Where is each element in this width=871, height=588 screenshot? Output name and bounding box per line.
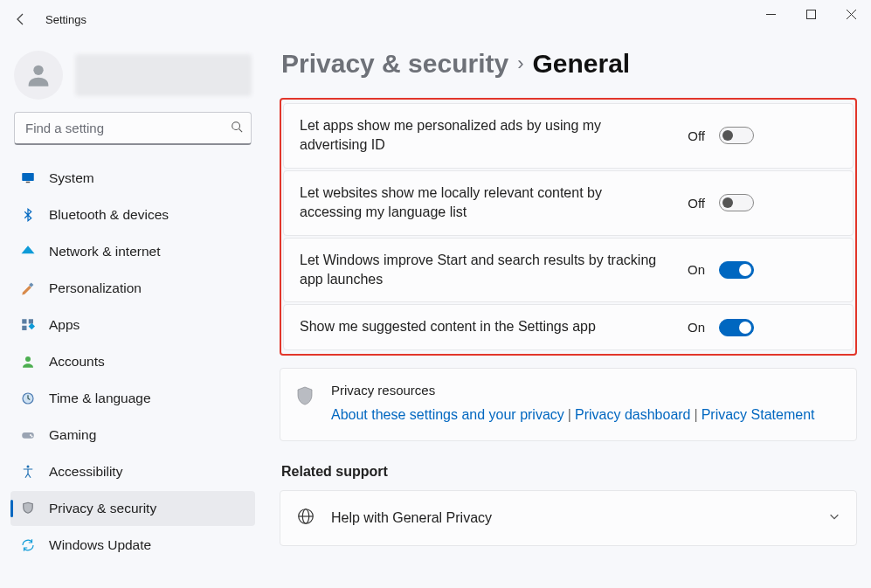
titlebar: Settings (0, 0, 871, 38)
search-box (14, 112, 252, 145)
arrow-left-icon (14, 12, 28, 26)
sidebar-item-label: Privacy & security (49, 501, 156, 516)
toggle-switch[interactable] (719, 127, 754, 144)
window-controls (750, 0, 871, 28)
apps-icon (19, 316, 37, 334)
svg-point-4 (33, 66, 43, 75)
setting-row-3: Show me suggested content in the Setting… (283, 304, 854, 349)
svg-rect-1 (806, 10, 815, 18)
svg-point-17 (30, 434, 31, 436)
close-button[interactable] (831, 0, 871, 28)
close-icon (847, 10, 856, 19)
minimize-icon (766, 10, 776, 19)
breadcrumb-parent[interactable]: Privacy & security (281, 49, 508, 79)
back-button[interactable] (9, 7, 33, 31)
brush-icon (19, 280, 37, 297)
chevron-down-icon (828, 510, 840, 526)
toggle-switch[interactable] (719, 261, 754, 279)
globe-help-icon (296, 507, 315, 529)
setting-row-1: Let websites show me locally relevant co… (283, 170, 854, 236)
privacy-resources-body: Privacy resources About these settings a… (331, 383, 814, 426)
nav-list: System Bluetooth & devices Network & int… (10, 161, 255, 563)
setting-label: Let websites show me locally relevant co… (300, 183, 667, 223)
privacy-resource-link[interactable]: About these settings and your privacy (331, 407, 564, 422)
svg-point-5 (232, 122, 240, 130)
svg-point-18 (31, 436, 33, 438)
breadcrumb-current: General (532, 49, 630, 79)
bluetooth-icon (19, 206, 37, 224)
profile-block[interactable] (14, 51, 252, 100)
sidebar-item-bluetooth[interactable]: Bluetooth & devices (10, 197, 255, 232)
sidebar-item-label: System (49, 170, 94, 186)
general-toggles-group: Let apps show me personalized ads by usi… (280, 98, 857, 356)
chevron-right-icon: › (517, 52, 523, 75)
setting-label: Let Windows improve Start and search res… (300, 251, 667, 290)
sidebar-item-label: Windows Update (49, 537, 151, 553)
globe-clock-icon (19, 390, 37, 407)
wifi-icon (19, 243, 37, 260)
search-icon (231, 121, 243, 136)
toggle-switch[interactable] (719, 194, 754, 211)
sidebar-item-label: Apps (49, 317, 79, 333)
setting-label: Let apps show me personalized ads by usi… (300, 116, 667, 156)
minimize-button[interactable] (750, 0, 791, 28)
sidebar-item-label: Accounts (49, 354, 105, 370)
privacy-resources-heading: Privacy resources (331, 383, 814, 398)
svg-rect-7 (22, 173, 34, 181)
maximize-button[interactable] (791, 0, 831, 28)
sidebar-item-label: Accessibility (49, 464, 122, 480)
link-separator: | (568, 407, 571, 422)
sidebar-item-gaming[interactable]: Gaming (10, 418, 255, 453)
breadcrumb: Privacy & security › General (281, 49, 857, 79)
svg-point-19 (27, 466, 30, 468)
sidebar-item-privacy[interactable]: Privacy & security (10, 491, 255, 526)
related-support-heading: Related support (281, 464, 857, 480)
svg-rect-11 (29, 319, 33, 323)
search-input[interactable] (14, 112, 252, 145)
sidebar-item-label: Gaming (49, 427, 96, 443)
toggle-state-label: Off (681, 196, 705, 211)
svg-rect-12 (22, 326, 26, 330)
help-label: Help with General Privacy (331, 510, 812, 526)
svg-rect-13 (29, 323, 35, 329)
profile-name-redacted (75, 54, 252, 96)
accessibility-icon (19, 463, 37, 481)
privacy-resource-link[interactable]: Privacy Statement (702, 407, 815, 422)
sidebar-item-accessibility[interactable]: Accessibility (10, 454, 255, 489)
sidebar-item-label: Network & internet (49, 244, 161, 259)
sidebar-item-accounts[interactable]: Accounts (10, 344, 255, 379)
main-content: Privacy & security › General Let apps sh… (262, 38, 871, 588)
privacy-resources-card: Privacy resources About these settings a… (280, 368, 857, 441)
setting-row-2: Let Windows improve Start and search res… (283, 238, 854, 303)
link-separator: | (695, 407, 698, 422)
shield-icon (19, 500, 37, 517)
toggle-state-label: On (681, 262, 705, 277)
sidebar-item-label: Personalization (49, 280, 142, 296)
toggle-switch[interactable] (719, 319, 754, 336)
sidebar-item-label: Time & language (49, 391, 151, 406)
sidebar-item-time[interactable]: Time & language (10, 381, 255, 416)
svg-rect-8 (26, 182, 31, 183)
shield-icon (296, 383, 315, 426)
privacy-resources-links: About these settings and your privacy|Pr… (331, 403, 814, 426)
sidebar-item-apps[interactable]: Apps (10, 308, 255, 342)
app-title: Settings (45, 13, 86, 26)
gamepad-icon (19, 426, 37, 444)
help-general-privacy[interactable]: Help with General Privacy (280, 490, 857, 546)
sidebar: System Bluetooth & devices Network & int… (0, 38, 262, 588)
monitor-icon (19, 169, 37, 187)
sidebar-item-update[interactable]: Windows Update (10, 528, 255, 563)
toggle-state-label: On (681, 320, 705, 335)
person-icon (19, 353, 37, 370)
avatar (14, 51, 63, 100)
toggle-state-label: Off (681, 128, 705, 143)
sidebar-item-system[interactable]: System (10, 161, 255, 196)
setting-row-0: Let apps show me personalized ads by usi… (283, 103, 854, 169)
privacy-resource-link[interactable]: Privacy dashboard (575, 407, 691, 422)
sidebar-item-personalize[interactable]: Personalization (10, 271, 255, 306)
maximize-icon (806, 10, 816, 19)
person-icon (24, 60, 53, 90)
setting-label: Show me suggested content in the Setting… (300, 317, 667, 336)
sidebar-item-network[interactable]: Network & internet (10, 234, 255, 269)
svg-rect-10 (22, 319, 26, 323)
